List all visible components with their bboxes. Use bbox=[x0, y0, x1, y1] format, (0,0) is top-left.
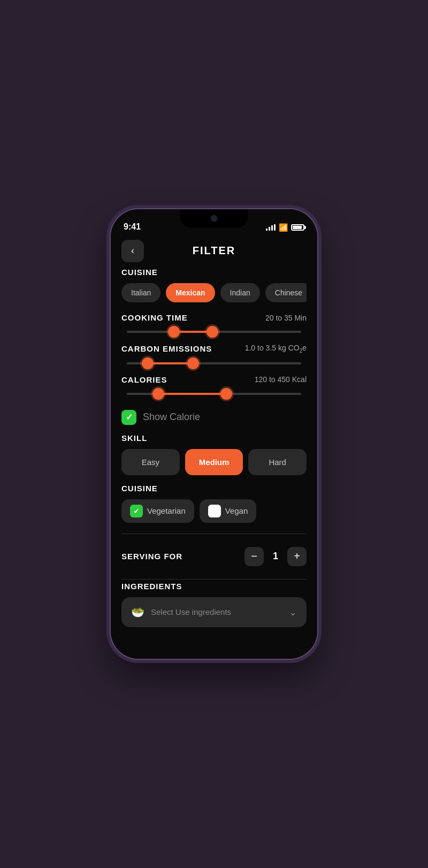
vegetarian-checkbox: ✓ bbox=[130, 505, 143, 517]
ingredients-section: INGREDIENTS 🥗 Select Use ingredients ⌄ bbox=[111, 582, 317, 638]
cooking-time-section: COOKING TIME 20 to 35 Min bbox=[111, 313, 317, 344]
cooking-time-label: COOKING TIME bbox=[121, 313, 188, 322]
carbon-thumb-left[interactable] bbox=[142, 357, 154, 369]
camera bbox=[211, 215, 217, 222]
cooking-time-thumb-right[interactable] bbox=[207, 326, 218, 338]
status-time: 9:41 bbox=[124, 222, 141, 232]
cuisine-chips: Italian Mexican Indian Chinese Japanese bbox=[121, 283, 307, 304]
screen: ‹ FILTER CUISINE Italian Mexican Indian … bbox=[111, 209, 317, 659]
calories-header: CALORIES 120 to 450 Kcal bbox=[121, 375, 307, 384]
back-button[interactable]: ‹ bbox=[121, 240, 144, 262]
skill-hard[interactable]: Hard bbox=[248, 449, 307, 475]
carbon-label: CARBON EMISSIONS bbox=[121, 344, 212, 353]
carbon-thumb-right[interactable] bbox=[187, 357, 199, 369]
diet-label: CUISINE bbox=[121, 484, 307, 493]
carbon-value: 1.0 to 3.5 kg CO2e bbox=[245, 344, 307, 354]
ingredients-label: INGREDIENTS bbox=[121, 582, 307, 591]
calories-value: 120 to 450 Kcal bbox=[255, 375, 307, 384]
chip-indian[interactable]: Indian bbox=[220, 283, 260, 302]
serving-label: SERVING FOR bbox=[121, 552, 182, 561]
show-calorie-checkbox[interactable]: ✓ bbox=[121, 410, 136, 425]
calories-section: CALORIES 120 to 450 Kcal bbox=[111, 375, 317, 406]
vegetarian-check-icon: ✓ bbox=[133, 507, 140, 515]
vegan-label: Vegan bbox=[225, 506, 248, 515]
chip-mexican[interactable]: Mexican bbox=[166, 283, 215, 302]
chevron-down-icon: ⌄ bbox=[289, 606, 297, 618]
page-title: FILTER bbox=[193, 245, 236, 257]
status-icons: 📶 bbox=[266, 223, 304, 232]
serving-controls: − 1 + bbox=[244, 547, 307, 566]
chip-chinese[interactable]: Chinese bbox=[265, 283, 307, 302]
carbon-header: CARBON EMISSIONS 1.0 to 3.5 kg CO2e bbox=[121, 344, 307, 354]
carbon-section: CARBON EMISSIONS 1.0 to 3.5 kg CO2e bbox=[111, 344, 317, 375]
cuisine-section: CUISINE Italian Mexican Indian Chinese J… bbox=[111, 268, 317, 313]
skill-buttons: Easy Medium Hard bbox=[121, 449, 307, 475]
phone-notch bbox=[180, 209, 248, 227]
wifi-icon: 📶 bbox=[279, 223, 288, 232]
ingredients-icon: 🥗 bbox=[131, 606, 144, 619]
diet-vegetarian[interactable]: ✓ Vegetarian bbox=[121, 499, 194, 523]
calories-slider[interactable] bbox=[127, 393, 301, 395]
ingredients-left: 🥗 Select Use ingredients bbox=[131, 606, 231, 619]
serving-row: SERVING FOR − 1 + bbox=[111, 536, 317, 577]
serving-count: 1 bbox=[270, 551, 281, 562]
show-calorie-label: Show Calorie bbox=[143, 412, 200, 423]
vegetarian-label: Vegetarian bbox=[147, 506, 186, 515]
divider-2 bbox=[121, 579, 307, 580]
divider-1 bbox=[121, 534, 307, 534]
skill-easy[interactable]: Easy bbox=[121, 449, 180, 475]
calories-thumb-right[interactable] bbox=[220, 388, 232, 400]
cooking-time-thumb-left[interactable] bbox=[168, 326, 180, 338]
diet-chips: ✓ Vegetarian Vegan bbox=[121, 499, 307, 523]
ingredients-placeholder: Select Use ingredients bbox=[151, 607, 231, 616]
chip-italian[interactable]: Italian bbox=[121, 283, 160, 302]
header: ‹ FILTER bbox=[111, 238, 317, 268]
battery-icon bbox=[291, 224, 304, 231]
skill-medium[interactable]: Medium bbox=[185, 449, 243, 475]
signal-icon bbox=[266, 224, 276, 231]
skill-label: SKILL bbox=[121, 433, 307, 443]
cooking-time-slider[interactable] bbox=[127, 331, 301, 333]
calories-label: CALORIES bbox=[121, 375, 167, 384]
cooking-time-header: COOKING TIME 20 to 35 Min bbox=[121, 313, 307, 322]
carbon-slider[interactable] bbox=[127, 362, 301, 364]
serving-minus-button[interactable]: − bbox=[244, 547, 264, 566]
diet-section: CUISINE ✓ Vegetarian Vegan bbox=[111, 484, 317, 531]
phone-frame: 9:41 📶 ‹ FILTER CUISINE Ita bbox=[110, 208, 318, 660]
checkmark-icon: ✓ bbox=[126, 412, 133, 422]
cooking-time-value: 20 to 35 Min bbox=[265, 314, 307, 322]
ingredients-dropdown[interactable]: 🥗 Select Use ingredients ⌄ bbox=[121, 597, 307, 627]
back-chevron-icon: ‹ bbox=[131, 245, 134, 256]
cuisine-label: CUISINE bbox=[121, 268, 307, 277]
show-calorie-row: ✓ Show Calorie bbox=[111, 406, 317, 433]
calories-thumb-left[interactable] bbox=[152, 388, 164, 400]
diet-vegan[interactable]: Vegan bbox=[200, 499, 257, 523]
vegan-checkbox bbox=[208, 505, 221, 517]
serving-plus-button[interactable]: + bbox=[287, 547, 307, 566]
skill-section: SKILL Easy Medium Hard bbox=[111, 433, 317, 484]
